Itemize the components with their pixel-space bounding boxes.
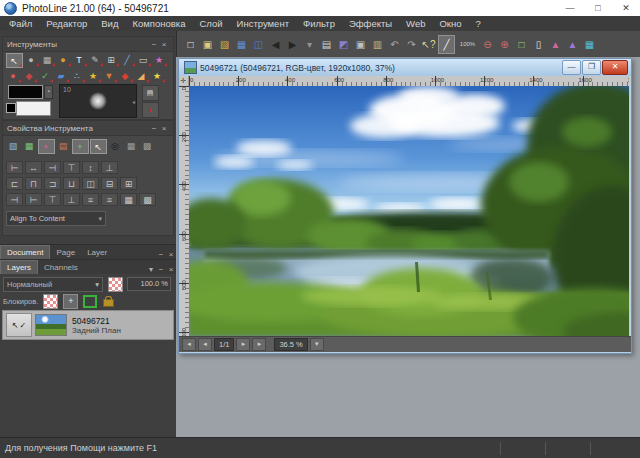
new-document-icon[interactable]: □ <box>183 36 198 53</box>
distribute-space-icon[interactable]: ⊞ <box>120 177 137 190</box>
brush-tool-icon[interactable]: ▼ <box>102 69 117 82</box>
tab[interactable]: Layer <box>81 246 113 259</box>
zoom-dropdown-button[interactable]: ▾ <box>310 338 324 351</box>
tab[interactable]: Channels <box>38 261 84 274</box>
foreground-color-swatch[interactable] <box>8 85 43 99</box>
document-tabs-minimize-button[interactable]: − <box>156 250 166 259</box>
star-tool-icon[interactable]: ★ <box>86 69 101 82</box>
layers-minimize-button[interactable]: − <box>156 265 166 274</box>
lock-transparency-icon[interactable] <box>43 294 58 309</box>
space-center-icon[interactable]: ⊢ <box>25 193 42 206</box>
brush-list-icon[interactable]: ▤ <box>142 85 159 101</box>
open-icon[interactable]: ▨ <box>217 36 232 53</box>
grid-snap-icon[interactable]: ▦ <box>22 139 37 152</box>
menu-item[interactable]: Инструмент <box>230 16 296 31</box>
document-window[interactable]: 50496721 (50496721, RGB-цвет, 1920x1080,… <box>178 58 632 354</box>
menu-item[interactable]: Слой <box>192 16 229 31</box>
menu-item[interactable]: Файл <box>2 16 39 31</box>
back-icon[interactable]: ◀ <box>268 36 283 53</box>
zoom-in-icon[interactable]: ⊕ <box>497 36 512 53</box>
background-color-swatch[interactable] <box>16 101 51 116</box>
line-tool-icon[interactable]: ╱ <box>438 35 455 54</box>
copy-icon[interactable]: ▣ <box>353 36 368 53</box>
align-right-icon[interactable]: ⊣ <box>44 161 61 174</box>
pointer-mode-icon[interactable]: ↖ <box>90 139 107 154</box>
guides-icon[interactable]: ▤ <box>56 139 71 152</box>
pen-tool-icon[interactable]: ✎ <box>88 53 103 66</box>
tool-properties-minimize-button[interactable]: − <box>149 124 159 133</box>
tool-properties-close-button[interactable]: × <box>159 124 169 133</box>
space-bottom-icon[interactable]: ⊥ <box>63 193 80 206</box>
align-to-dropdown[interactable]: Align To Content ▾ <box>6 211 106 226</box>
history-icon[interactable]: ▾ <box>302 36 317 53</box>
menu-item[interactable]: ? <box>469 16 488 31</box>
layer-thumbnail[interactable] <box>35 314 67 336</box>
print-icon[interactable]: ▤ <box>319 36 334 53</box>
new-template-icon[interactable]: ▣ <box>200 36 215 53</box>
crop-tool-icon[interactable]: ⊞ <box>104 53 119 66</box>
layer-opacity-field[interactable]: 100.0 % <box>127 277 171 291</box>
menu-item[interactable]: Фильтр <box>296 16 342 31</box>
import-icon[interactable]: ◩ <box>336 36 351 53</box>
brush-delete-icon[interactable]: ● <box>142 102 159 118</box>
fit-page-icon[interactable]: □ <box>514 36 529 53</box>
marker-tool-icon[interactable]: ◆ <box>118 69 133 82</box>
magnet-icon[interactable]: + <box>38 139 55 154</box>
default-colors-swatch[interactable] <box>6 103 16 113</box>
menu-item[interactable]: Окно <box>432 16 468 31</box>
document-close-button[interactable]: ✕ <box>602 60 628 75</box>
brush-preview[interactable]: 10 ◂ <box>59 84 137 118</box>
raster-icon[interactable]: ▦ <box>124 139 139 152</box>
first-page-button[interactable]: ◂ <box>182 338 196 351</box>
space-left-icon[interactable]: ⊣ <box>6 193 23 206</box>
align-left-icon[interactable]: ⊢ <box>6 161 23 174</box>
gamut-warning-icon[interactable]: ▲ <box>548 36 563 53</box>
zoom-out-icon[interactable]: ⊖ <box>480 36 495 53</box>
blend-mode-select[interactable]: Нормальный ▾ <box>3 277 103 292</box>
swatch-options-button[interactable]: ▪ <box>44 85 53 99</box>
eraser-tool-icon[interactable]: ◢ <box>134 69 149 82</box>
transparency-checker-icon[interactable] <box>108 277 123 292</box>
effect-tool-icon[interactable]: ★ <box>150 69 165 82</box>
menu-item[interactable]: Редактор <box>39 16 94 31</box>
align-center-v-icon[interactable]: ↕ <box>82 161 99 174</box>
redo-icon[interactable]: ↷ <box>404 36 419 53</box>
tools-panel-close-button[interactable]: × <box>159 40 169 49</box>
transform-icon[interactable]: ▧ <box>6 139 21 152</box>
menu-item[interactable]: Web <box>399 16 432 31</box>
undo-icon[interactable]: ↶ <box>387 36 402 53</box>
document-minimize-button[interactable]: — <box>562 60 581 75</box>
space-even-icon[interactable]: ≡ <box>101 193 118 206</box>
eyedropper-tool-icon[interactable]: ╱ <box>120 53 135 66</box>
full-size-icon[interactable]: ▯ <box>531 36 546 53</box>
zoom-level-field[interactable]: 36.5 % <box>274 338 307 351</box>
space-top-icon[interactable]: ⊤ <box>44 193 61 206</box>
layers-menu-button[interactable]: ▾ <box>146 265 156 274</box>
equal-height-icon[interactable]: ▩ <box>139 193 156 206</box>
distribute-right-icon[interactable]: ⊐ <box>44 177 61 190</box>
softproof-icon[interactable]: ▲ <box>565 36 580 53</box>
context-help-icon[interactable]: ↖? <box>421 36 436 53</box>
align-center-h-icon[interactable]: ↔ <box>25 161 42 174</box>
heal-tool-icon[interactable]: ● <box>6 69 21 82</box>
lock-position-icon[interactable]: + <box>63 294 78 309</box>
save-icon[interactable]: ◫ <box>251 36 266 53</box>
layer-visibility-cell[interactable]: ↖ ✓ <box>6 313 32 337</box>
hook-tool-icon[interactable]: ✓ <box>38 69 53 82</box>
brush-slider-handle[interactable]: ◂ <box>132 98 135 105</box>
distribute-middle-icon[interactable]: ◫ <box>82 177 99 190</box>
image-canvas[interactable] <box>189 86 629 336</box>
select-tool-icon[interactable]: ↖ <box>6 53 23 68</box>
raster2-icon[interactable]: ▩ <box>140 139 155 152</box>
paste-icon[interactable]: ▥ <box>370 36 385 53</box>
lock-frame-icon[interactable] <box>83 295 97 308</box>
browse-icon[interactable]: ▦ <box>234 36 249 53</box>
document-tabs-close-button[interactable]: × <box>166 250 176 259</box>
layout-tool-icon[interactable]: ▦ <box>40 53 55 66</box>
spray-tool-icon[interactable]: ∴ <box>70 69 85 82</box>
space-middle-icon[interactable]: ≡ <box>82 193 99 206</box>
align-top-icon[interactable]: ⊤ <box>63 161 80 174</box>
tools-panel-minimize-button[interactable]: − <box>149 40 159 49</box>
tab[interactable]: Document <box>0 245 50 259</box>
forward-icon[interactable]: ▶ <box>285 36 300 53</box>
